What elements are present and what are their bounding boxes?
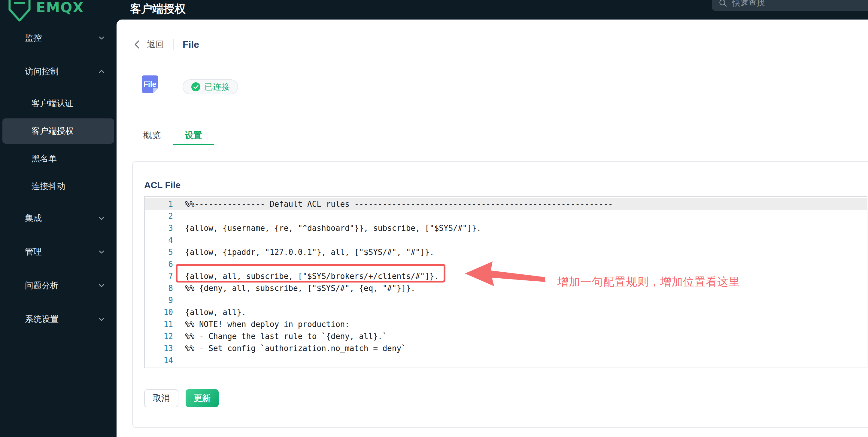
button-row: 取消 更新: [144, 389, 219, 407]
line-text: %% - Change the last rule to `{deny, all…: [180, 330, 387, 342]
code-line: 5 {allow, {ipaddr, "127.0.0.1"}, all, ["…: [145, 246, 867, 258]
sidebar-group-item[interactable]: 访问控制: [0, 55, 117, 88]
sidebar-group-item[interactable]: 问题分析: [0, 269, 117, 302]
sidebar-item-label: 系统设置: [25, 314, 59, 325]
search-input[interactable]: [732, 0, 859, 8]
sidebar: EMQX 监控 访问控制 客户端认证 客户端授权 黑名单 连接抖动 集成 管: [0, 0, 117, 437]
line-number: 6: [145, 258, 180, 270]
sidebar-item-label: 管理: [25, 246, 42, 258]
code-line: 3 {allow, {username, {re, "^dashboard"}}…: [145, 222, 867, 234]
line-number: 8: [145, 282, 180, 294]
divider: [173, 39, 174, 50]
line-text: {allow, {ipaddr, "127.0.0.1"}, all, ["$S…: [180, 246, 434, 258]
back-label: 返回: [147, 39, 164, 50]
annotation-arrow-icon: [465, 260, 547, 289]
topbar: 客户端授权: [117, 0, 868, 20]
search-box[interactable]: [712, 0, 868, 11]
annotation-text: 增加一句配置规则，增加位置看这里: [557, 274, 740, 289]
status-badge: 已连接: [183, 79, 238, 94]
sidebar-item-label: 客户端认证: [32, 98, 73, 109]
line-number: 14: [145, 354, 180, 367]
line-text: [180, 210, 185, 222]
chevron-down-icon: [97, 315, 106, 323]
line-number: 4: [145, 234, 180, 246]
sidebar-sub-item[interactable]: 客户端认证: [2, 91, 114, 116]
chevron-down-icon: [97, 214, 106, 223]
line-text: %% {deny, all, subscribe, ["$SYS/#", {eq…: [180, 282, 415, 294]
detail-title: File: [183, 39, 199, 50]
back-button[interactable]: 返回 File: [133, 37, 199, 51]
sidebar-item-label: 访问控制: [25, 66, 59, 77]
sidebar-item-label: 问题分析: [25, 280, 59, 291]
line-text: [180, 234, 185, 246]
sidebar-sub-item[interactable]: 连接抖动: [2, 174, 114, 199]
code-line: 2: [145, 210, 867, 222]
chevron-down-icon: [97, 34, 106, 42]
chevron-down-icon: [97, 247, 106, 256]
tab-overview[interactable]: 概览: [131, 127, 173, 144]
line-text: %% - Set config `authorization.no_match …: [180, 342, 406, 354]
line-number: 7: [145, 270, 180, 282]
acl-panel: ACL File 1 %%--------------- Default ACL…: [132, 161, 868, 428]
line-text: {allow, {username, {re, "^dashboard"}}, …: [180, 222, 481, 234]
code-line: 10 {allow, all}.: [145, 306, 867, 318]
code-line: 11 %% NOTE! when deploy in production:: [145, 318, 867, 330]
tab-bar-divider: [129, 144, 868, 144]
tab-bar: 概览 设置: [131, 127, 214, 144]
sidebar-sub-item[interactable]: 客户端授权: [2, 118, 114, 144]
code-line: 1 %%--------------- Default ACL rules --…: [145, 198, 867, 210]
sidebar-nav: 监控 访问控制 客户端认证 客户端授权 黑名单 连接抖动 集成 管理: [0, 21, 117, 336]
sidebar-item-label: 黑名单: [32, 153, 57, 165]
line-number: 9: [145, 294, 180, 306]
sidebar-item-label: 客户端授权: [32, 125, 73, 137]
file-type-icon: File: [142, 76, 158, 93]
code-line: 9: [145, 294, 867, 306]
line-number: 3: [145, 222, 180, 234]
chevron-down-icon: [97, 281, 106, 290]
sidebar-group-item[interactable]: 系统设置: [0, 302, 117, 336]
line-text: [180, 354, 185, 367]
panel-title: ACL File: [144, 180, 181, 190]
sidebar-group-item[interactable]: 集成: [0, 201, 117, 235]
sidebar-sub-item[interactable]: 黑名单: [2, 146, 114, 171]
line-text: %% NOTE! when deploy in production:: [180, 318, 350, 330]
emqx-shield-icon: [8, 0, 31, 22]
emqx-logo[interactable]: EMQX: [8, 0, 84, 22]
line-number: 11: [145, 318, 180, 330]
line-number: 5: [145, 246, 180, 258]
search-icon: [718, 0, 727, 7]
app-window: EMQX 监控 访问控制 客户端认证 客户端授权 黑名单 连接抖动 集成 管: [0, 0, 868, 437]
code-line: 14: [145, 354, 867, 367]
check-circle-icon: [191, 82, 200, 92]
code-line: 13 %% - Set config `authorization.no_mat…: [145, 342, 867, 354]
cancel-button[interactable]: 取消: [144, 389, 178, 407]
code-line: 4: [145, 234, 867, 246]
file-badge-label: File: [143, 80, 156, 89]
sidebar-item-label: 监控: [25, 32, 42, 43]
tab-settings[interactable]: 设置: [173, 127, 214, 144]
sidebar-group-item[interactable]: 监控: [0, 21, 117, 55]
line-text: [180, 294, 185, 306]
status-label: 已连接: [205, 81, 230, 93]
line-number: 10: [145, 306, 180, 318]
sidebar-item-label: 集成: [25, 212, 42, 224]
code-line: 12 %% - Change the last rule to `{deny, …: [145, 330, 867, 342]
chevron-up-icon: [97, 67, 106, 76]
line-number: 12: [145, 330, 180, 342]
line-number: 13: [145, 342, 180, 354]
update-button[interactable]: 更新: [186, 389, 219, 407]
line-text: {allow, all}.: [180, 306, 246, 318]
sidebar-group-item[interactable]: 管理: [0, 235, 117, 269]
line-number: 2: [145, 210, 180, 222]
annotation-highlight-box: [176, 264, 445, 283]
page-title: 客户端授权: [130, 1, 186, 17]
line-number: 1: [145, 198, 180, 210]
fold-flap: [153, 88, 158, 93]
logo-wordmark: EMQX: [36, 0, 84, 16]
chevron-left-icon: [133, 39, 141, 50]
line-text: %%--------------- Default ACL rules ----…: [180, 198, 613, 210]
content-card: 返回 File File 已连接 概览 设置 ACL File 1 %%----…: [117, 20, 868, 437]
sidebar-item-label: 连接抖动: [32, 181, 65, 192]
